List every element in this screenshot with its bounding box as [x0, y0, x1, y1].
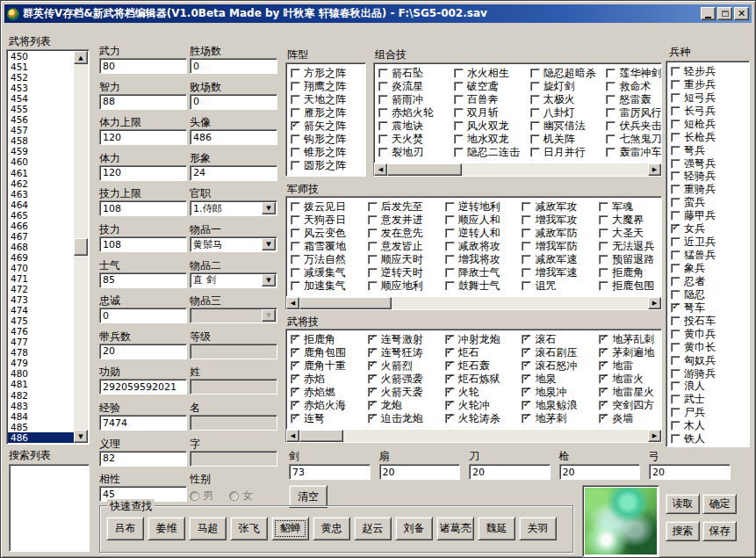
- adviser-checkbox[interactable]: ✓ 后发先至: [368, 200, 442, 214]
- combo-checkbox[interactable]: ✓ 裂地刃: [378, 146, 450, 159]
- wujiang-checkbox[interactable]: ✓ 炎墙: [599, 412, 662, 425]
- wujiang-checkbox[interactable]: ✓ 赤焰: [291, 373, 364, 386]
- wujiang-checkbox[interactable]: ✓ 地泉鲸浪: [522, 399, 595, 412]
- list-item[interactable]: 475: [8, 315, 74, 326]
- list-item[interactable]: 484: [8, 411, 74, 422]
- combo-checkbox[interactable]: ✓ 天火焚: [378, 133, 450, 146]
- list-item[interactable]: 459: [8, 146, 74, 156]
- list-item[interactable]: 450: [8, 51, 74, 62]
- formation-checkbox[interactable]: ✓ 锥形之阵: [291, 146, 346, 159]
- wujiang-checkbox[interactable]: ✓ 炬石炼狱: [445, 373, 519, 386]
- wujiang-checkbox[interactable]: ✓ 火轮涛杀: [445, 412, 519, 425]
- quick-find-button[interactable]: 张飞: [230, 517, 268, 540]
- quick-find-button[interactable]: 姜维: [148, 517, 185, 540]
- combo-checkbox[interactable]: ✓ 雷厉风行: [606, 106, 662, 120]
- wujiang-checkbox[interactable]: ✓ 拒鹿角: [291, 333, 364, 346]
- adviser-checkbox[interactable]: ✓ 霜雪覆地: [291, 240, 364, 253]
- list-item[interactable]: 458: [8, 135, 74, 146]
- list-item[interactable]: 462: [8, 178, 74, 189]
- adviser-checkbox[interactable]: ✓ 万法自然: [291, 253, 364, 266]
- quick-find-button[interactable]: 刘备: [395, 517, 433, 540]
- scroll-right-icon[interactable]: ▶: [648, 163, 661, 176]
- troop-checkbox[interactable]: ✓ 重步兵: [671, 78, 716, 91]
- wujiang-checkbox[interactable]: ✓ 茅刺遍地: [599, 346, 662, 359]
- list-item[interactable]: 471: [8, 273, 74, 284]
- field-input[interactable]: [190, 379, 277, 395]
- list-item[interactable]: 485: [8, 422, 74, 432]
- wujiang-checkbox[interactable]: ✓ 鹿角包围: [291, 346, 364, 359]
- troop-checkbox[interactable]: ✓ 浪人: [671, 380, 716, 394]
- save-button[interactable]: 保存: [702, 521, 737, 541]
- field-input[interactable]: [99, 272, 187, 288]
- combo-checkbox[interactable]: ✓ 救命术: [606, 80, 662, 93]
- list-item[interactable]: 456: [8, 114, 74, 125]
- combo-checkbox[interactable]: ✓ 莲华神剑: [606, 67, 662, 80]
- adviser-checkbox[interactable]: ✓ 天狗吞日: [291, 214, 364, 227]
- combo-checkbox[interactable]: ✓ 轰雷冲车: [606, 146, 662, 159]
- adviser-checkbox[interactable]: ✓ 大圣天: [599, 227, 662, 240]
- adviser-checkbox[interactable]: ✓ 顺应地利: [368, 279, 442, 293]
- formation-checkbox[interactable]: ✓ 钩形之阵: [291, 133, 346, 146]
- field-input[interactable]: [190, 415, 277, 431]
- field-input[interactable]: [99, 344, 187, 359]
- wujiang-checkbox[interactable]: ✓ 冲射龙炮: [445, 333, 519, 346]
- list-item[interactable]: 474: [8, 305, 74, 315]
- field-input[interactable]: [99, 129, 187, 145]
- adviser-checkbox[interactable]: ✓ 预留退路: [599, 253, 662, 266]
- quick-find-button[interactable]: 马超: [189, 517, 227, 540]
- wujiang-checkbox[interactable]: ✓ 火箭烈: [368, 359, 442, 373]
- combo-checkbox[interactable]: ✓ 箭石坠: [378, 67, 450, 80]
- wujiang-checkbox[interactable]: ✓ 滚石: [522, 333, 595, 346]
- combo-checkbox[interactable]: ✓ 双月斩: [454, 106, 527, 120]
- troop-checkbox[interactable]: ✓ 木人: [671, 419, 716, 432]
- wujiang-checkbox[interactable]: ✓ 龙炮: [368, 399, 442, 412]
- wujiang-checkbox[interactable]: ✓ 突剑四方: [599, 399, 662, 412]
- field-input[interactable]: [99, 58, 187, 74]
- troop-checkbox[interactable]: ✓ 忍者: [671, 275, 716, 288]
- weapon-input[interactable]: [559, 464, 641, 480]
- list-item[interactable]: 451: [8, 62, 74, 72]
- wujiang-checkbox[interactable]: ✓ 赤焰燃: [291, 386, 364, 399]
- combo-checkbox[interactable]: ✓ 地水双龙: [454, 133, 527, 146]
- troop-checkbox[interactable]: ✓ 黄巾兵: [671, 328, 716, 341]
- wujiang-checkbox[interactable]: ✓ 地雷火: [599, 373, 662, 386]
- wujiang-checkbox[interactable]: ✓ 地雷星火: [599, 386, 662, 399]
- field-input[interactable]: [190, 344, 277, 359]
- wujiang-checkbox[interactable]: ✓ 火轮: [445, 386, 519, 399]
- field-input[interactable]: [190, 451, 277, 467]
- ok-button[interactable]: 确定: [702, 494, 737, 514]
- scroll-right-icon[interactable]: ▶: [648, 297, 661, 309]
- wujiang-checkbox[interactable]: ✓ 火箭天袭: [368, 386, 442, 399]
- list-item[interactable]: 455: [8, 104, 74, 114]
- search-button[interactable]: 搜索: [666, 521, 700, 541]
- formation-checkbox[interactable]: ✓ 方形之阵: [291, 67, 346, 80]
- scrollbar-thumb[interactable]: [74, 238, 88, 256]
- list-item[interactable]: 480: [8, 368, 74, 379]
- list-item[interactable]: 469: [8, 252, 74, 263]
- scrollbar-thumb[interactable]: [299, 297, 392, 309]
- list-item[interactable]: 477: [8, 337, 74, 347]
- chevron-down-icon[interactable]: ▼: [262, 274, 276, 286]
- scroll-left-icon[interactable]: ◀: [286, 430, 299, 442]
- adviser-checkbox[interactable]: ✓ 减敌军防: [522, 227, 595, 240]
- combo-checkbox[interactable]: ✓ 破空鸢: [454, 80, 527, 93]
- troop-checkbox[interactable]: ✓ 尸兵: [671, 406, 716, 419]
- troop-checkbox[interactable]: ✓ 弩车: [671, 301, 716, 315]
- adviser-checkbox[interactable]: ✓ 逆转人和: [445, 227, 519, 240]
- list-item[interactable]: 473: [8, 294, 74, 305]
- weapon-input[interactable]: [469, 464, 551, 480]
- quick-find-button[interactable]: 关羽: [519, 517, 557, 540]
- adviser-checkbox[interactable]: ✓ 拒鹿角: [599, 266, 662, 279]
- list-item[interactable]: 457: [8, 125, 74, 135]
- scroll-up-icon[interactable]: ▲: [74, 51, 88, 64]
- combo-checkbox[interactable]: ✓ 震地诀: [378, 120, 450, 133]
- weapon-input[interactable]: [289, 464, 371, 480]
- scroll-down-icon[interactable]: ▼: [74, 430, 88, 443]
- adviser-checkbox[interactable]: ✓ 逆转天时: [368, 266, 442, 279]
- troop-checkbox[interactable]: ✓ 藤甲兵: [671, 209, 716, 222]
- wujiang-checkbox[interactable]: ✓ 滚石怒冲: [522, 359, 595, 373]
- adviser-checkbox[interactable]: ✓ 诅咒: [522, 279, 595, 293]
- combo-checkbox[interactable]: ✓ 箭雨冲: [378, 93, 450, 106]
- list-item[interactable]: 452: [8, 72, 74, 83]
- close-button[interactable]: ✕: [734, 7, 749, 20]
